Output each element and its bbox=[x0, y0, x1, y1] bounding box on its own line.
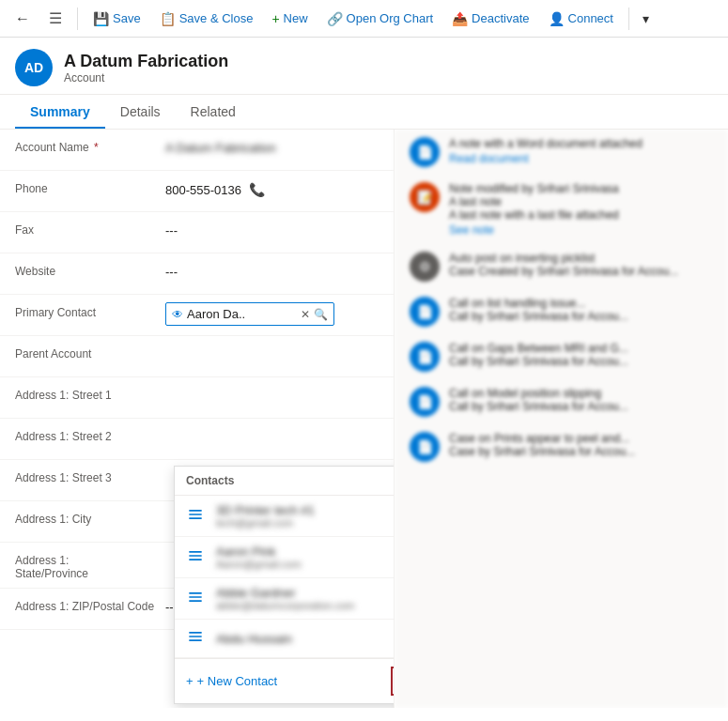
activity-panel: 📄 A note with a Word document attached R… bbox=[395, 130, 728, 708]
activity-icon-6: 📄 bbox=[410, 432, 440, 462]
save-button[interactable]: 💾 Save bbox=[85, 8, 148, 30]
field-parent-account: Parent Account bbox=[0, 336, 394, 377]
dropdown-footer: + + New Contact Advanced lookup bbox=[175, 658, 395, 703]
deactivate-button[interactable]: 📤 Deactivate bbox=[444, 8, 536, 30]
contact-item-0[interactable]: 3D Printer tech #1 tech@gmail.com ⌄ bbox=[175, 496, 395, 537]
label-address-street-3: Address 1: Street 3 bbox=[15, 468, 165, 484]
deactivate-icon: 📤 bbox=[452, 11, 468, 26]
field-fax: Fax --- bbox=[0, 212, 394, 253]
activity-item-0: 📄 A note with a Word document attached R… bbox=[410, 137, 713, 167]
connect-button[interactable]: 👤 Connect bbox=[541, 8, 621, 30]
activity-item-4: 📄 Call on Gaps Between MRI and G...Call … bbox=[410, 342, 713, 372]
field-account-name: Account Name * A Datum Fabrication bbox=[0, 130, 394, 171]
activity-item-2: ⚙ Auto post on inserting picklistCase Cr… bbox=[410, 252, 713, 282]
advanced-lookup-button[interactable]: Advanced lookup bbox=[391, 667, 395, 696]
save-close-icon: 📋 bbox=[160, 11, 176, 26]
value-website[interactable]: --- bbox=[165, 261, 379, 279]
back-button[interactable]: ← bbox=[8, 7, 38, 31]
label-address-city: Address 1: City bbox=[15, 509, 165, 526]
lookup-clear-button[interactable]: ✕ bbox=[301, 308, 310, 321]
toolbar-divider-2 bbox=[628, 8, 629, 30]
activity-icon-0: 📄 bbox=[410, 137, 440, 167]
contact-info-0: 3D Printer tech #1 tech@gmail.com bbox=[216, 503, 395, 529]
tabs: Summary Details Related bbox=[0, 95, 728, 130]
label-address-zip: Address 1: ZIP/Postal Code bbox=[15, 596, 165, 613]
required-star: * bbox=[94, 141, 99, 154]
new-contact-button[interactable]: + + New Contact bbox=[186, 674, 277, 688]
value-phone[interactable]: 800-555-0136 📞 bbox=[165, 178, 379, 197]
toolbar-divider-1 bbox=[77, 8, 78, 30]
phone-icon: 📞 bbox=[249, 182, 265, 197]
label-parent-account: Parent Account bbox=[15, 344, 165, 360]
label-address-state: Address 1: State/Province bbox=[15, 550, 165, 580]
field-address-street-2: Address 1: Street 2 bbox=[0, 419, 394, 460]
value-fax[interactable]: --- bbox=[165, 220, 379, 238]
lookup-field-icon: 👁 bbox=[172, 308, 183, 321]
value-parent-account[interactable] bbox=[165, 344, 379, 347]
contact-info-3: Abdu Hussain bbox=[216, 632, 395, 646]
activity-item-1: 📝 Note modified by Srihari SrinivasaA la… bbox=[410, 182, 713, 237]
activity-icon-3: 📄 bbox=[410, 297, 440, 327]
toolbar-more-button[interactable]: ▾ bbox=[637, 8, 655, 30]
contact-avatar-0 bbox=[186, 505, 209, 528]
open-org-chart-button[interactable]: 🔗 Open Org Chart bbox=[319, 8, 441, 30]
contact-avatar-2 bbox=[186, 588, 209, 610]
activity-icon-5: 📄 bbox=[410, 387, 440, 417]
field-primary-contact: Primary Contact 👁 Aaron Da.. ✕ 🔍 bbox=[0, 295, 394, 336]
field-phone: Phone 800-555-0136 📞 bbox=[0, 171, 394, 212]
new-button[interactable]: + New bbox=[264, 8, 315, 30]
doc-view-button[interactable]: ☰ bbox=[41, 6, 70, 31]
activity-item-6: 📄 Case on Prints appear to peel and...Ca… bbox=[410, 432, 713, 462]
org-chart-icon: 🔗 bbox=[327, 11, 343, 26]
contact-info-2: Abbie Gardner abbie@datumcorporation.com bbox=[216, 586, 395, 611]
activity-item-5: 📄 Call on Model position slippingCall by… bbox=[410, 387, 713, 417]
value-address-street-2[interactable] bbox=[165, 426, 379, 430]
lookup-field-primary-contact[interactable]: 👁 Aaron Da.. ✕ 🔍 bbox=[165, 302, 334, 326]
label-primary-contact: Primary Contact bbox=[15, 302, 165, 319]
main-content: Account Name * A Datum Fabrication Phone… bbox=[0, 130, 728, 708]
value-address-street-1[interactable] bbox=[165, 385, 379, 389]
avatar: AD bbox=[15, 49, 53, 86]
lookup-search-button[interactable]: 🔍 bbox=[314, 308, 328, 321]
connect-icon: 👤 bbox=[549, 11, 565, 26]
save-icon: 💾 bbox=[93, 11, 109, 26]
field-website: Website --- bbox=[0, 253, 394, 295]
value-account-name[interactable]: A Datum Fabrication bbox=[165, 137, 379, 155]
lookup-field-text: Aaron Da.. bbox=[187, 307, 297, 321]
activity-icon-1: 📝 bbox=[410, 182, 440, 212]
contact-item-2[interactable]: Abbie Gardner abbie@datumcorporation.com… bbox=[175, 578, 395, 620]
form-panel: Account Name * A Datum Fabrication Phone… bbox=[0, 130, 395, 708]
record-type: Account bbox=[64, 71, 228, 84]
new-contact-plus-icon: + bbox=[186, 674, 194, 688]
label-fax: Fax bbox=[15, 220, 165, 237]
lookup-dropdown: Contacts Recent records 3D Printer tech … bbox=[174, 466, 395, 704]
label-address-street-1: Address 1: Street 1 bbox=[15, 385, 165, 402]
activity-icon-4: 📄 bbox=[410, 342, 440, 372]
label-website: Website bbox=[15, 261, 165, 278]
contact-item-1[interactable]: Aaron Pink Aaron@gmail.com ⌄ bbox=[175, 537, 395, 578]
contact-avatar-3 bbox=[186, 627, 209, 650]
label-account-name: Account Name * bbox=[15, 137, 165, 154]
contact-info-1: Aaron Pink Aaron@gmail.com bbox=[216, 545, 395, 570]
dropdown-header: Contacts Recent records bbox=[175, 467, 395, 496]
tab-related[interactable]: Related bbox=[176, 95, 251, 129]
field-address-street-1: Address 1: Street 1 bbox=[0, 377, 394, 419]
label-address-street-2: Address 1: Street 2 bbox=[15, 426, 165, 443]
new-icon: + bbox=[271, 11, 279, 26]
save-close-button[interactable]: 📋 Save & Close bbox=[152, 8, 261, 30]
tab-details[interactable]: Details bbox=[105, 95, 176, 129]
contact-item-3[interactable]: Abdu Hussain ⌄ bbox=[175, 620, 395, 658]
record-title: A Datum Fabrication bbox=[64, 52, 228, 71]
toolbar: ← ☰ 💾 Save 📋 Save & Close + New 🔗 Open O… bbox=[0, 0, 728, 38]
dropdown-contacts-label: Contacts bbox=[186, 474, 234, 487]
tab-summary[interactable]: Summary bbox=[15, 95, 105, 129]
activity-icon-2: ⚙ bbox=[410, 252, 440, 282]
activity-item-3: 📄 Call on list handling issue...Call by … bbox=[410, 297, 713, 327]
record-header: AD A Datum Fabrication Account bbox=[0, 38, 728, 95]
label-phone: Phone bbox=[15, 178, 165, 195]
contact-avatar-1 bbox=[186, 546, 209, 569]
